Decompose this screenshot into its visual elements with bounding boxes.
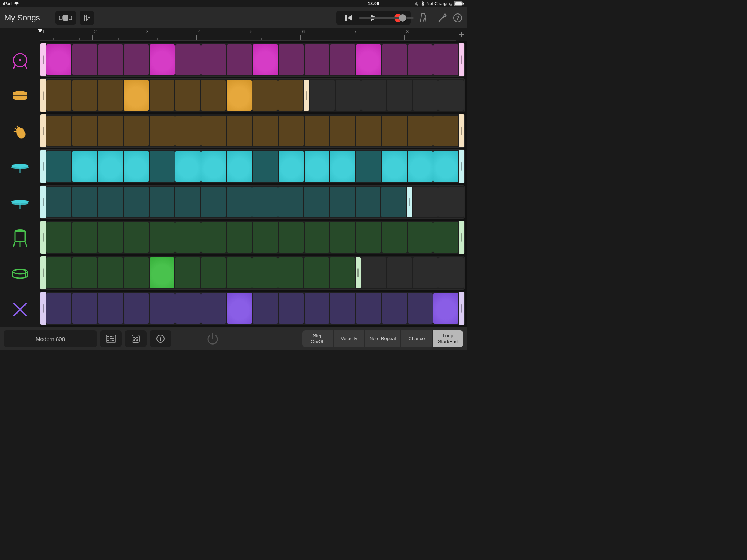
step-cell[interactable]	[356, 116, 381, 146]
step-cell[interactable]	[279, 222, 304, 253]
step-cell[interactable]	[46, 293, 71, 324]
my-songs-button[interactable]: My Songs	[4, 13, 44, 23]
step-cell[interactable]	[305, 293, 330, 324]
step-cell[interactable]	[356, 44, 381, 75]
param-loop-button[interactable]: LoopStart/End	[433, 330, 463, 347]
step-cell[interactable]	[46, 151, 71, 182]
step-cell[interactable]	[252, 257, 278, 288]
step-cell[interactable]	[124, 151, 149, 182]
step-cell[interactable]	[387, 80, 412, 110]
step-cell[interactable]	[72, 116, 97, 146]
step-cell[interactable]	[408, 293, 433, 324]
step-cell[interactable]	[252, 187, 278, 217]
loop-end-handle[interactable]	[407, 187, 412, 217]
step-cell[interactable]	[336, 80, 361, 110]
step-cell[interactable]	[252, 80, 278, 110]
param-step-onoff-button[interactable]: StepOn/Off	[302, 330, 333, 347]
browser-view-button[interactable]	[55, 11, 76, 25]
step-cell[interactable]	[46, 257, 71, 288]
step-cell[interactable]	[227, 293, 252, 324]
step-cell[interactable]	[46, 80, 71, 110]
loop-end-handle[interactable]	[356, 257, 361, 288]
track-controls-button[interactable]	[80, 11, 94, 25]
step-cell[interactable]	[387, 257, 412, 288]
step-cell[interactable]	[175, 151, 201, 182]
step-cell[interactable]	[356, 222, 381, 253]
step-cell[interactable]	[408, 222, 433, 253]
step-cell[interactable]	[175, 187, 200, 217]
step-cell[interactable]	[227, 257, 252, 288]
track-header-clap[interactable]	[0, 115, 40, 149]
metronome-button[interactable]	[419, 13, 427, 23]
loop-end-handle[interactable]	[304, 80, 309, 110]
step-cell[interactable]	[279, 151, 304, 182]
step-cell[interactable]	[98, 80, 123, 110]
step-cell[interactable]	[310, 80, 335, 110]
step-cell[interactable]	[361, 257, 387, 288]
step-cell[interactable]	[201, 293, 227, 324]
step-cell[interactable]	[175, 80, 200, 110]
step-cell[interactable]	[356, 151, 381, 182]
kit-selector-button[interactable]: Modern 808	[4, 330, 97, 347]
step-cell[interactable]	[382, 44, 407, 75]
loop-end-handle[interactable]	[459, 114, 464, 147]
loop-start-handle[interactable]	[40, 292, 46, 325]
step-cell[interactable]	[305, 222, 330, 253]
step-cell[interactable]	[438, 257, 464, 288]
step-cell[interactable]	[279, 44, 304, 75]
step-cell[interactable]	[382, 222, 407, 253]
settings-button[interactable]	[438, 13, 447, 23]
step-cell[interactable]	[278, 80, 303, 110]
step-cell[interactable]	[382, 116, 407, 146]
step-cell[interactable]	[46, 116, 71, 146]
step-cell[interactable]	[98, 293, 123, 324]
step-cell[interactable]	[413, 187, 438, 217]
loop-end-handle[interactable]	[459, 292, 464, 325]
step-cell[interactable]	[227, 151, 252, 182]
step-cell[interactable]	[46, 44, 71, 75]
step-cell[interactable]	[150, 44, 175, 75]
step-cell[interactable]	[201, 116, 227, 146]
step-cell[interactable]	[124, 293, 149, 324]
track-header-sticks[interactable]	[0, 293, 40, 327]
step-cell[interactable]	[356, 187, 381, 217]
step-cell[interactable]	[438, 80, 464, 110]
step-cell[interactable]	[201, 151, 227, 182]
step-cell[interactable]	[150, 293, 175, 324]
param-note-repeat-button[interactable]: Note Repeat	[365, 330, 400, 347]
step-cell[interactable]	[46, 222, 71, 253]
step-cell[interactable]	[201, 222, 227, 253]
step-cell[interactable]	[330, 116, 355, 146]
step-cell[interactable]	[150, 222, 175, 253]
step-cell[interactable]	[433, 222, 458, 253]
step-cell[interactable]	[72, 293, 97, 324]
step-cell[interactable]	[98, 116, 123, 146]
step-cell[interactable]	[330, 293, 355, 324]
master-volume-slider[interactable]	[359, 17, 414, 19]
step-cell[interactable]	[175, 257, 200, 288]
step-cell[interactable]	[433, 44, 458, 75]
step-cell[interactable]	[227, 187, 252, 217]
step-cell[interactable]	[305, 44, 330, 75]
step-cell[interactable]	[253, 293, 278, 324]
track-header-rim[interactable]	[0, 257, 40, 291]
step-cell[interactable]	[279, 116, 304, 146]
step-cell[interactable]	[356, 293, 381, 324]
step-cell[interactable]	[98, 187, 123, 217]
step-cell[interactable]	[433, 151, 458, 182]
step-cell[interactable]	[124, 187, 149, 217]
step-cell[interactable]	[382, 151, 407, 182]
step-cell[interactable]	[305, 116, 330, 146]
track-header-kick[interactable]	[0, 44, 40, 78]
step-cell[interactable]	[413, 257, 438, 288]
step-cell[interactable]	[150, 116, 175, 146]
step-cell[interactable]	[201, 187, 226, 217]
step-cell[interactable]	[253, 116, 278, 146]
timeline-ruler[interactable]: 12345678	[40, 28, 456, 41]
step-cell[interactable]	[381, 187, 406, 217]
step-cell[interactable]	[330, 187, 355, 217]
step-cell[interactable]	[124, 80, 149, 110]
step-cell[interactable]	[175, 293, 201, 324]
step-cell[interactable]	[46, 187, 71, 217]
slider-knob[interactable]	[399, 14, 406, 22]
